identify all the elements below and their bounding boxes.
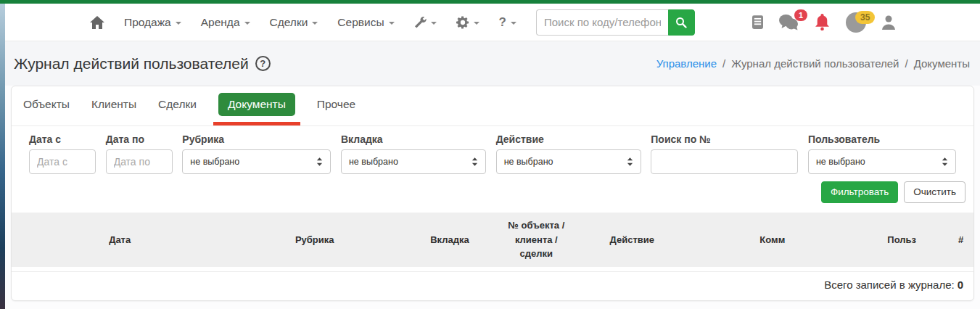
nav-menu-servisy[interactable]: Сервисы [337,16,394,29]
select-value: не выбрано [816,157,865,167]
page-header: Журнал действий пользователей ? Управлен… [5,41,980,86]
nav-menu-arenda[interactable]: Аренда [201,16,250,29]
select-arrows-icon [627,157,633,166]
page-title-text: Журнал действий пользователей [14,55,249,73]
clear-button[interactable]: Очистить [904,181,965,203]
home-icon[interactable] [90,16,104,29]
tab-label: Документы [228,98,286,110]
nav-menu-sdelki[interactable]: Сделки [270,16,318,29]
chevron-down-icon [389,22,395,25]
table-body-empty [12,267,973,272]
select-arrows-icon [472,157,478,166]
action-select[interactable]: не выбрано [496,149,641,174]
filter-number: Поиск по № [651,133,798,174]
tab-bar: Объекты Клиенты Сделки Документы Прочее [12,86,973,126]
chat-badge: 1 [794,9,807,21]
column-header-tab: Вкладка [401,227,498,253]
left-edge-strip [0,4,5,309]
filter-actions: Фильтровать Очистить [12,174,973,213]
column-header-action: Действие [575,227,690,253]
tab-prochee[interactable]: Прочее [317,93,355,116]
chevron-down-icon [244,22,250,25]
filter-button[interactable]: Фильтровать [821,181,898,203]
breadcrumb-separator: / [722,57,725,70]
user-icon[interactable] [882,15,895,30]
breadcrumb-current: Документы [914,57,970,70]
chevron-down-icon [474,22,479,25]
active-tab-underline [213,122,300,125]
filter-tab: Вкладка не выбрано [341,133,486,174]
filter-action: Действие не выбрано [496,133,641,174]
tab-klienty[interactable]: Клиенты [91,93,136,116]
select-arrows-icon [942,157,948,166]
wrench-icon [414,16,427,28]
select-value: не выбрано [504,157,553,167]
nav-menu-label: Сервисы [337,16,384,29]
nav-menu-label: Сделки [270,16,308,29]
tab-sdelki[interactable]: Сделки [158,93,197,116]
date-to-input[interactable] [106,149,173,174]
main-nav: Продажа Аренда Сделки Сервисы [5,4,980,41]
filter-label: Действие [496,133,641,145]
filter-date-from: Дата с [29,133,96,174]
title-help-icon[interactable]: ? [255,56,271,71]
records-summary: Всего записей в журнале:0 [12,272,973,300]
filter-label: Поиск по № [651,133,798,145]
chevron-down-icon [431,22,437,25]
breadcrumb: Управление / Журнал действий пользовател… [656,57,970,70]
notification-bell-icon[interactable] [815,14,830,30]
filter-label: Пользователь [808,133,956,145]
filter-label: Рубрика [182,133,331,145]
select-arrows-icon [316,157,323,166]
page: Продажа Аренда Сделки Сервисы [5,4,980,301]
notifications-badge: 35 [855,11,875,24]
nav-menu-settings[interactable] [456,16,479,29]
column-header-date: Дата [12,227,228,253]
rubric-select[interactable]: не выбрано [182,149,331,174]
summary-label: Всего записей в журнале: [824,279,955,291]
notifications-avatar[interactable]: 35 [846,12,866,33]
breadcrumb-middle: Журнал действий пользователей [731,57,899,70]
filter-label: Дата по [106,133,173,145]
search-button[interactable] [668,9,695,36]
breadcrumb-separator: / [905,57,908,70]
column-header-object-number: № объекта / клиента / сделки [498,213,575,267]
nav-search [536,9,695,36]
nav-menu-label: Продажа [124,16,171,29]
nav-menu-prodazha[interactable]: Продажа [124,16,181,29]
chevron-down-icon [176,22,181,25]
number-search-input[interactable] [651,149,798,174]
breadcrumb-link-upravlenie[interactable]: Управление [656,57,717,70]
column-header-rubric: Рубрика [228,227,401,253]
select-value: не выбрано [349,157,398,167]
select-value: не выбрано [190,157,239,167]
filters: Дата с Дата по Рубрика не выбрано Вкладк… [12,126,973,174]
column-header-user: Польз [855,227,949,253]
filter-user: Пользователь не выбрано [808,133,956,174]
table-header: Дата Рубрика Вкладка № объекта / клиента… [12,213,973,267]
search-input[interactable] [536,9,668,36]
chat-icon[interactable]: 1 [779,15,799,30]
column-header-hash: # [948,227,973,253]
date-from-input[interactable] [29,149,96,174]
summary-value: 0 [958,279,963,291]
journal-card: Объекты Клиенты Сделки Документы Прочее … [11,86,974,301]
nav-menu-tools[interactable] [414,16,437,28]
filter-rubric: Рубрика не выбрано [182,133,331,174]
journal-icon[interactable] [752,15,763,29]
chevron-down-icon [511,22,516,25]
user-select[interactable]: не выбрано [808,149,956,174]
nav-menu-label: Аренда [201,16,240,29]
filter-date-to: Дата по [106,133,173,174]
chevron-down-icon [312,22,318,25]
tab-select[interactable]: не выбрано [341,149,486,174]
column-header-comment: Комм [690,227,855,253]
tab-dokumenty[interactable]: Документы [218,93,295,116]
gear-icon [456,16,469,29]
filter-label: Дата с [29,133,96,145]
filter-label: Вкладка [341,133,486,145]
page-title: Журнал действий пользователей ? [14,55,271,73]
tab-obekty[interactable]: Объекты [23,93,70,116]
help-question-icon: ? [499,15,506,30]
nav-menu-help[interactable]: ? [499,15,516,30]
